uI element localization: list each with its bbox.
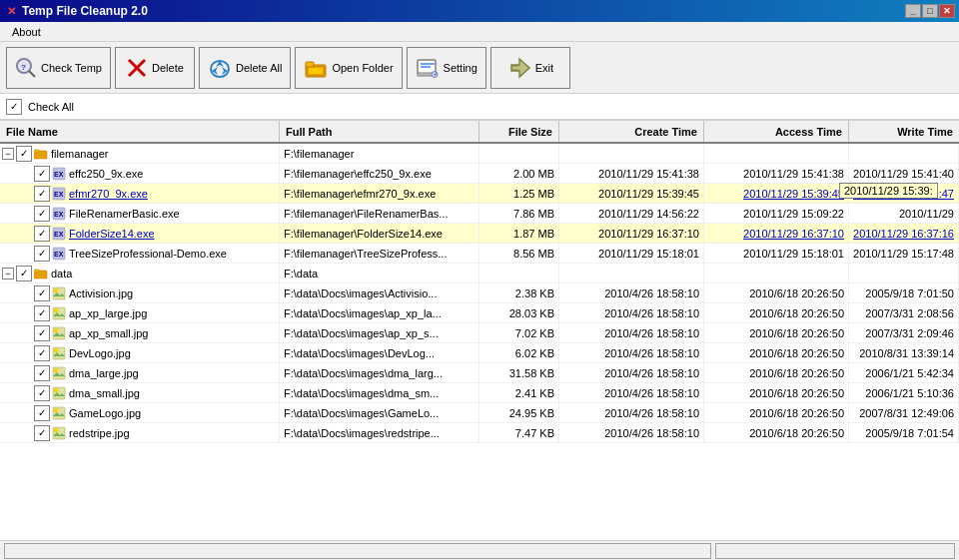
row-checkbox[interactable]: ✓	[34, 246, 50, 262]
open-folder-label: Open Folder	[332, 62, 393, 74]
filename-text: dma_small.jpg	[69, 387, 140, 399]
table-row[interactable]: ✓ap_xp_small.jpgF:\data\Docs\images\ap_x…	[0, 323, 959, 343]
img-icon	[52, 346, 66, 360]
row-checkbox[interactable]: ✓	[34, 186, 50, 202]
table-row[interactable]: ✓EXFolderSize14.exeF:\filemanager\Folder…	[0, 224, 959, 244]
setting-icon: ✓	[416, 57, 440, 79]
table-row[interactable]: ✓ap_xp_large.jpgF:\data\Docs\images\ap_x…	[0, 303, 959, 323]
toolbar: ? Check Temp Delete Delete All Open Fold…	[0, 42, 959, 94]
delete-all-label: Delete All	[236, 62, 282, 74]
svg-line-2	[29, 71, 35, 77]
row-checkbox[interactable]: ✓	[34, 405, 50, 421]
exit-button[interactable]: Exit	[490, 47, 570, 89]
cell-fullpath: F:\data\Docs\images\ap_xp_la...	[280, 303, 480, 322]
row-checkbox[interactable]: ✓	[34, 345, 50, 361]
cell-createtime: 2010/11/29 15:39:45	[559, 184, 704, 203]
exe-icon: EX	[52, 187, 66, 201]
img-icon	[52, 326, 66, 340]
delete-all-button[interactable]: Delete All	[199, 47, 291, 89]
table-row[interactable]: ✓EXeffc250_9x.exeF:\filemanager\effc250_…	[0, 164, 959, 184]
cell-createtime: 2010/4/26 18:58:10	[559, 343, 704, 362]
cell-filesize: 6.02 KB	[480, 343, 559, 362]
setting-button[interactable]: ✓ Setting	[407, 47, 486, 89]
col-accesstime[interactable]: Access Time	[704, 121, 849, 142]
cell-writetime: 2007/8/31 12:49:06	[849, 403, 959, 422]
row-checkbox[interactable]: ✓	[16, 146, 32, 162]
title-bar: ✕ Temp File Cleanup 2.0 _ □ ✕	[0, 0, 959, 22]
status-left	[4, 543, 711, 559]
cell-createtime: 2010/4/26 18:58:10	[559, 423, 704, 442]
cell-filesize: 2.38 KB	[480, 283, 559, 302]
col-createtime[interactable]: Create Time	[559, 121, 704, 142]
cell-accesstime: 2010/6/18 20:26:50	[704, 423, 849, 442]
table-row[interactable]: ✓GameLogo.jpgF:\data\Docs\images\GameLo.…	[0, 403, 959, 423]
svg-text:EX: EX	[54, 191, 64, 198]
delete-button[interactable]: Delete	[115, 47, 195, 89]
delete-label: Delete	[152, 62, 184, 74]
row-checkbox[interactable]: ✓	[34, 385, 50, 401]
close-button[interactable]: ✕	[939, 4, 955, 18]
cell-writetime: 2010/8/31 13:39:14	[849, 343, 959, 362]
row-checkbox[interactable]: ✓	[34, 305, 50, 321]
cell-fullpath: F:\filemanager\FolderSize14.exe	[280, 224, 480, 243]
row-checkbox[interactable]: ✓	[34, 325, 50, 341]
expand-icon[interactable]: −	[2, 268, 14, 280]
check-all-bar: ✓ Check All	[0, 94, 959, 120]
expand-icon[interactable]: −	[2, 148, 14, 160]
filename-text: TreeSizeProfessional-Demo.exe	[69, 248, 227, 260]
filename-text: efmr270_9x.exe	[69, 188, 148, 200]
cell-filename: ✓EXeffc250_9x.exe	[0, 164, 280, 183]
row-checkbox[interactable]: ✓	[34, 285, 50, 301]
table-row[interactable]: ✓Activision.jpgF:\data\Docs\images\Activ…	[0, 283, 959, 303]
filename-text: effc250_9x.exe	[69, 168, 143, 180]
cell-accesstime: 2010/11/29 16:37:10	[704, 224, 849, 243]
table-row[interactable]: ✓EXTreeSizeProfessional-Demo.exeF:\filem…	[0, 244, 959, 264]
cell-accesstime: 2010/6/18 20:26:50	[704, 323, 849, 342]
table-body[interactable]: −✓filemanagerF:\filemanager✓EXeffc250_9x…	[0, 144, 959, 540]
table-row[interactable]: −✓dataF:\data	[0, 264, 959, 283]
table-row[interactable]: −✓filemanagerF:\filemanager	[0, 144, 959, 164]
cell-filename: ✓EXTreeSizeProfessional-Demo.exe	[0, 244, 280, 263]
col-filename[interactable]: File Name	[0, 121, 280, 142]
check-temp-button[interactable]: ? Check Temp	[6, 47, 111, 89]
col-filesize[interactable]: File Size	[480, 121, 559, 142]
cell-createtime: 2010/4/26 18:58:10	[559, 383, 704, 402]
svg-text:EX: EX	[54, 171, 64, 178]
cell-fullpath: F:\data\Docs\images\ap_xp_s...	[280, 323, 480, 342]
exe-icon: EX	[52, 207, 66, 221]
row-checkbox[interactable]: ✓	[34, 226, 50, 242]
delete-icon	[126, 57, 148, 79]
cell-filename: ✓EXefmr270_9x.exe	[0, 184, 280, 203]
check-temp-label: Check Temp	[41, 62, 102, 74]
table-row[interactable]: ✓dma_small.jpgF:\data\Docs\images\dma_sm…	[0, 383, 959, 403]
table-row[interactable]: ✓EXFileRenamerBasic.exeF:\filemanager\Fi…	[0, 204, 959, 224]
minimize-button[interactable]: _	[905, 4, 921, 18]
svg-point-46	[54, 408, 58, 412]
cell-createtime: 2010/11/29 15:41:38	[559, 164, 704, 183]
menu-about[interactable]: About	[4, 24, 49, 40]
folder-open-icon	[304, 57, 328, 79]
col-writetime[interactable]: Write Time	[849, 121, 959, 142]
cell-filesize: 7.47 KB	[480, 423, 559, 442]
cell-filesize: 7.86 MB	[480, 204, 559, 223]
table-row[interactable]: ✓EXefmr270_9x.exeF:\filemanager\efmr270_…	[0, 184, 959, 204]
open-folder-button[interactable]: Open Folder	[295, 47, 402, 89]
row-checkbox[interactable]: ✓	[34, 166, 50, 182]
filename-text: ap_xp_small.jpg	[69, 327, 149, 339]
row-checkbox[interactable]: ✓	[34, 425, 50, 441]
exe-icon: EX	[52, 247, 66, 261]
table-row[interactable]: ✓DevLogo.jpgF:\data\Docs\images\DevLog..…	[0, 343, 959, 363]
row-checkbox[interactable]: ✓	[34, 365, 50, 381]
table-row[interactable]: ✓dma_large.jpgF:\data\Docs\images\dma_la…	[0, 363, 959, 383]
maximize-button[interactable]: □	[922, 4, 938, 18]
img-icon	[52, 426, 66, 440]
row-checkbox[interactable]: ✓	[16, 266, 32, 281]
table-row[interactable]: ✓redstripe.jpgF:\data\Docs\images\redstr…	[0, 423, 959, 443]
cell-filename: ✓redstripe.jpg	[0, 423, 280, 442]
col-fullpath[interactable]: Full Path	[280, 121, 480, 142]
main-container: ✓ Check All File Name Full Path File Siz…	[0, 94, 959, 560]
cell-accesstime: 2010/6/18 20:26:50	[704, 383, 849, 402]
check-all-checkbox[interactable]: ✓	[6, 99, 22, 115]
cell-writetime: 2006/1/21 5:10:36	[849, 383, 959, 402]
row-checkbox[interactable]: ✓	[34, 206, 50, 222]
